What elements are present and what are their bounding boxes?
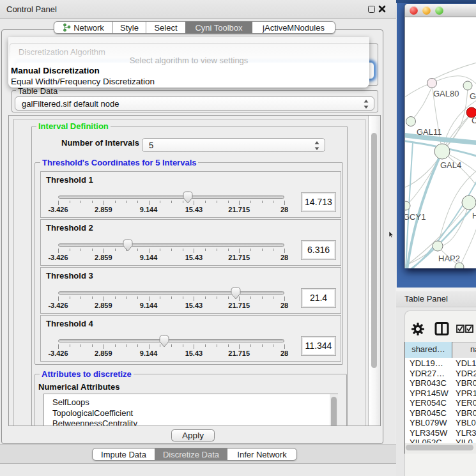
svg-text:C: C xyxy=(472,116,476,125)
svg-text:H: H xyxy=(472,211,476,220)
svg-text:GCY1: GCY1 xyxy=(405,212,426,222)
svg-text:GAL80: GAL80 xyxy=(433,89,459,98)
svg-text:HAP2: HAP2 xyxy=(438,254,460,263)
svg-text:GAL11: GAL11 xyxy=(417,127,442,137)
svg-text:GAL4: GAL4 xyxy=(440,160,461,170)
svg-text:GA: GA xyxy=(470,91,476,101)
